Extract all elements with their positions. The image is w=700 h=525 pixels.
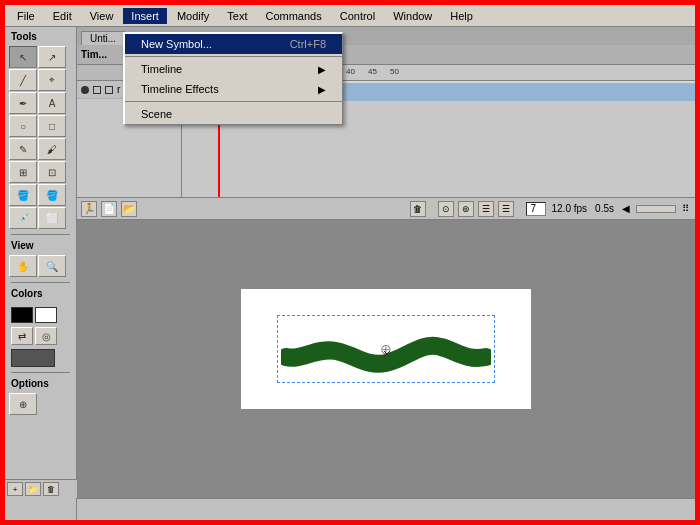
play-btn[interactable]: ◀ bbox=[620, 203, 632, 214]
dropdown-separator-1 bbox=[125, 56, 342, 57]
tool-arrow[interactable]: ↖ bbox=[9, 46, 37, 68]
tool-zoom[interactable]: 🔍 bbox=[38, 255, 66, 277]
add-layer-btn[interactable]: + bbox=[7, 482, 23, 496]
new-symbol-label: New Symbol... bbox=[141, 38, 212, 50]
edit-multiple-btn[interactable]: ☰ bbox=[478, 201, 494, 217]
ruler-50: 50 bbox=[390, 67, 399, 76]
menu-window[interactable]: Window bbox=[385, 8, 440, 24]
tools-label: Tools bbox=[7, 29, 74, 44]
menu-file[interactable]: File bbox=[9, 8, 43, 24]
tool-eyedropper[interactable]: 💉 bbox=[9, 207, 37, 229]
dropdown-separator-2 bbox=[125, 101, 342, 102]
main-body: Tools ↖ ↗ ╱ ⌖ ✒ A ○ □ ✎ 🖌 ⊞ ⊡ bbox=[5, 27, 695, 520]
timeline-icon-3[interactable]: 📂 bbox=[121, 201, 137, 217]
toolbar: Tools ↖ ↗ ╱ ⌖ ✒ A ○ □ ✎ 🖌 ⊞ ⊡ bbox=[5, 27, 77, 520]
timeline-controls: 🏃 📄 📂 🗑 ⊙ ⊚ ☰ ☰ 7 12.0 fps 0.5s ◀ bbox=[77, 197, 695, 219]
frame-options-btn[interactable]: ☰ bbox=[498, 201, 514, 217]
ruler-40: 40 bbox=[346, 67, 355, 76]
canvas-area: ⊕ bbox=[77, 220, 695, 498]
layer-visibility-icon bbox=[81, 86, 89, 94]
tool-paint-bucket[interactable]: 🪣 bbox=[38, 184, 66, 206]
default-colors-btn[interactable]: ◎ bbox=[35, 327, 57, 345]
toolbar-divider-3 bbox=[11, 372, 70, 373]
timeline-icon-1[interactable]: 🏃 bbox=[81, 201, 97, 217]
status-bar bbox=[77, 498, 695, 520]
color-icons-row: ⇄ ◎ bbox=[7, 325, 74, 347]
tool-lasso[interactable]: ⌖ bbox=[38, 69, 66, 91]
add-folder-btn[interactable]: 📁 bbox=[25, 482, 41, 496]
canvas-stage: ⊕ bbox=[77, 220, 695, 498]
menu-control[interactable]: Control bbox=[332, 8, 383, 24]
menu-commands[interactable]: Commands bbox=[257, 8, 329, 24]
tool-text[interactable]: A bbox=[38, 92, 66, 114]
tool-brush[interactable]: 🖌 bbox=[38, 138, 66, 160]
timeline-label: Tim... bbox=[81, 49, 107, 60]
tool-pencil[interactable]: ✎ bbox=[9, 138, 37, 160]
tool-rect[interactable]: □ bbox=[38, 115, 66, 137]
tool-pen[interactable]: ✒ bbox=[9, 92, 37, 114]
brush-stroke-svg bbox=[281, 319, 491, 379]
delete-layer-btn[interactable]: 🗑 bbox=[43, 482, 59, 496]
gradient-swatch[interactable] bbox=[11, 349, 55, 367]
option-btn-1[interactable]: ⊕ bbox=[9, 393, 37, 415]
menu-view[interactable]: View bbox=[82, 8, 122, 24]
menu-insert[interactable]: Insert bbox=[123, 8, 167, 24]
timeline-label: Timeline bbox=[141, 63, 182, 75]
scrubber-track[interactable] bbox=[636, 205, 676, 213]
fill-color-swatch[interactable] bbox=[35, 307, 57, 323]
brush-stroke-container bbox=[281, 319, 491, 379]
dropdown-item-new-symbol[interactable]: New Symbol... Ctrl+F8 bbox=[125, 34, 342, 54]
tool-eraser[interactable]: ⬜ bbox=[38, 207, 66, 229]
tool-hand[interactable]: ✋ bbox=[9, 255, 37, 277]
tool-free-transform[interactable]: ⊞ bbox=[9, 161, 37, 183]
timeline-effects-arrow-icon: ▶ bbox=[318, 84, 326, 95]
insert-dropdown: New Symbol... Ctrl+F8 Timeline ▶ Timelin… bbox=[123, 32, 343, 125]
tool-subselect[interactable]: ↗ bbox=[38, 46, 66, 68]
toolbar-divider-1 bbox=[11, 234, 70, 235]
onion-skin-btn[interactable]: ⊙ bbox=[438, 201, 454, 217]
view-label: View bbox=[7, 238, 74, 253]
color-swatches bbox=[7, 305, 74, 325]
frame-number-display: 7 bbox=[526, 202, 546, 216]
new-symbol-shortcut: Ctrl+F8 bbox=[290, 38, 326, 50]
timeline-arrow-icon: ▶ bbox=[318, 64, 326, 75]
time-display: 0.5s bbox=[593, 203, 616, 214]
menubar: File Edit View Insert Modify Text Comman… bbox=[5, 5, 695, 27]
timeline-effects-label: Timeline Effects bbox=[141, 83, 219, 95]
scene-label: Scene bbox=[141, 108, 172, 120]
colors-label: Colors bbox=[7, 286, 74, 301]
tool-fill-transform[interactable]: ⊡ bbox=[38, 161, 66, 183]
stroke-color-swatch[interactable] bbox=[11, 307, 33, 323]
layer-outline-icon bbox=[105, 86, 113, 94]
doc-tab-untitled[interactable]: Unti... bbox=[81, 31, 125, 45]
dropdown-item-scene[interactable]: Scene bbox=[125, 104, 342, 124]
options-grid: ⊕ bbox=[7, 391, 74, 417]
onion-outline-btn[interactable]: ⊚ bbox=[458, 201, 474, 217]
app-window: File Edit View Insert Modify Text Comman… bbox=[5, 5, 695, 520]
fps-display: 12.0 fps bbox=[550, 203, 590, 214]
toolbar-divider-2 bbox=[11, 282, 70, 283]
menu-modify[interactable]: Modify bbox=[169, 8, 217, 24]
loop-btn[interactable]: ⠿ bbox=[680, 203, 691, 214]
timeline-icon-2[interactable]: 📄 bbox=[101, 201, 117, 217]
ruler-45: 45 bbox=[368, 67, 377, 76]
delete-frame-btn[interactable]: 🗑 bbox=[410, 201, 426, 217]
menu-edit[interactable]: Edit bbox=[45, 8, 80, 24]
options-label: Options bbox=[7, 376, 74, 391]
view-tools-grid: ✋ 🔍 bbox=[7, 253, 74, 279]
tool-line[interactable]: ╱ bbox=[9, 69, 37, 91]
menu-help[interactable]: Help bbox=[442, 8, 481, 24]
swap-colors-btn[interactable]: ⇄ bbox=[11, 327, 33, 345]
tool-oval[interactable]: ○ bbox=[9, 115, 37, 137]
tool-ink-bottle[interactable]: 🪣 bbox=[9, 184, 37, 206]
dropdown-item-timeline-effects[interactable]: Timeline Effects ▶ bbox=[125, 79, 342, 99]
layer-lock-icon bbox=[93, 86, 101, 94]
tools-grid: ↖ ↗ ╱ ⌖ ✒ A ○ □ ✎ 🖌 ⊞ ⊡ 🪣 🪣 bbox=[7, 44, 74, 231]
dropdown-item-timeline[interactable]: Timeline ▶ bbox=[125, 59, 342, 79]
layer-name-1: r bbox=[117, 84, 120, 95]
color-fill-row bbox=[7, 347, 74, 369]
menu-text[interactable]: Text bbox=[219, 8, 255, 24]
